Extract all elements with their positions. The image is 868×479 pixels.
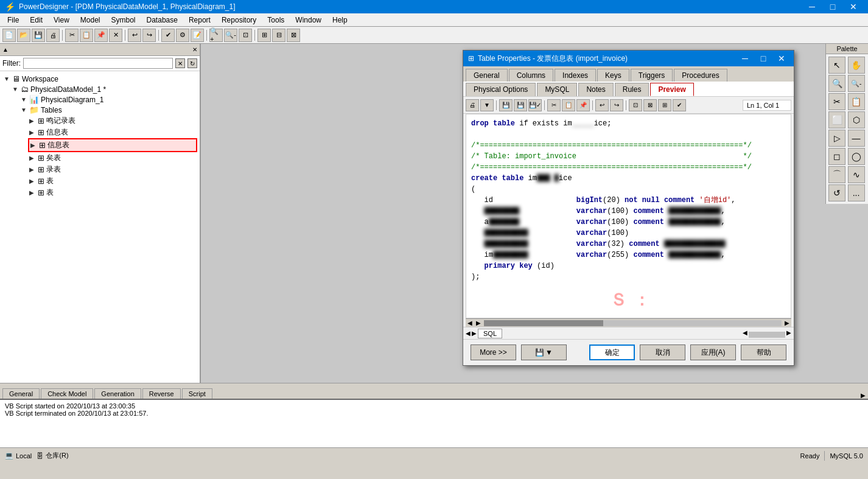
- palette-wave[interactable]: ∿: [848, 166, 865, 183]
- tb-new[interactable]: 📄: [2, 29, 16, 42]
- tb-cut[interactable]: ✂: [65, 29, 79, 42]
- apply-button[interactable]: 应用(A): [690, 344, 736, 360]
- hscroll-track[interactable]: [484, 320, 782, 326]
- tab-rules[interactable]: Rules: [615, 83, 649, 96]
- dtb-b1[interactable]: ⊡: [629, 99, 642, 111]
- dtb-b4[interactable]: ✔: [673, 99, 686, 111]
- menu-tools[interactable]: Tools: [262, 15, 289, 26]
- palette-rect[interactable]: ⬜: [828, 111, 845, 128]
- help-button[interactable]: 帮助: [741, 344, 786, 360]
- tb-undo[interactable]: ↩: [128, 29, 141, 42]
- tab-indexes[interactable]: Indexes: [555, 69, 596, 82]
- scroll-left[interactable]: ◀: [466, 320, 474, 326]
- palette-pan[interactable]: ✋: [848, 57, 865, 74]
- menu-window[interactable]: Window: [290, 15, 326, 26]
- close-button[interactable]: ✕: [844, 0, 863, 13]
- palette-circle[interactable]: ◯: [848, 148, 865, 165]
- menu-model[interactable]: Model: [75, 15, 105, 26]
- dtb-b3[interactable]: ⊞: [658, 99, 671, 111]
- tb-paste[interactable]: 📌: [94, 29, 108, 42]
- hscroll-track2[interactable]: [749, 332, 785, 338]
- tab-keys[interactable]: Keys: [597, 69, 629, 82]
- menu-view[interactable]: View: [49, 15, 74, 26]
- palette-zoom-out[interactable]: 🔍-: [848, 75, 865, 92]
- btab-script[interactable]: Script: [182, 388, 212, 399]
- dtb-redo[interactable]: ↪: [610, 99, 623, 111]
- tree-model[interactable]: ▼ 🗂 PhysicalDataModel_1 *: [11, 84, 197, 94]
- btab-reverse[interactable]: Reverse: [142, 388, 181, 399]
- tab-general[interactable]: General: [466, 69, 508, 82]
- tab-next[interactable]: ▶: [472, 330, 477, 337]
- save-dropdown-button[interactable]: 💾 ▼: [521, 344, 567, 360]
- tree-table-4[interactable]: ▶ ⊞ 录表: [28, 164, 197, 175]
- ok-button[interactable]: 确定: [589, 344, 635, 360]
- menu-help[interactable]: Help: [327, 15, 352, 26]
- palette-rotate[interactable]: ↺: [828, 184, 845, 201]
- dtb-paste[interactable]: 📌: [576, 99, 590, 111]
- palette-scissors[interactable]: ✂: [828, 93, 845, 110]
- palette-curve[interactable]: ⌒: [828, 166, 845, 183]
- maximize-button[interactable]: □: [823, 0, 842, 13]
- tb-open[interactable]: 📂: [17, 29, 30, 42]
- dtb-undo[interactable]: ↩: [595, 99, 609, 111]
- filter-clear-button[interactable]: ✕: [175, 58, 185, 68]
- filter-input[interactable]: [23, 58, 173, 69]
- tab-procedures[interactable]: Procedures: [674, 69, 727, 82]
- palette-zoom-in[interactable]: 🔍: [828, 75, 845, 92]
- palette-arrow[interactable]: ▷: [828, 130, 845, 147]
- dtb-copy[interactable]: 📋: [562, 99, 575, 111]
- hscroll-left2[interactable]: ◀: [743, 329, 747, 338]
- tb-redo[interactable]: ↪: [142, 29, 156, 42]
- menu-report[interactable]: Report: [184, 15, 215, 26]
- dtb-save2[interactable]: 💾: [514, 99, 527, 111]
- menu-file[interactable]: File: [2, 15, 24, 26]
- tab-triggers[interactable]: Triggers: [631, 69, 673, 82]
- tab-columns[interactable]: Columns: [509, 69, 553, 82]
- dtb-cut[interactable]: ✂: [547, 99, 561, 111]
- dialog-minimize-button[interactable]: ─: [738, 52, 752, 65]
- more-button[interactable]: More >>: [471, 344, 516, 360]
- tb-layout[interactable]: ⊠: [287, 29, 300, 42]
- tb-copy[interactable]: 📋: [80, 29, 93, 42]
- tree-diagram[interactable]: ▼ 📊 PhysicalDiagram_1: [19, 94, 197, 105]
- tab-scroll-right[interactable]: ▶: [861, 392, 866, 399]
- menu-database[interactable]: Database: [142, 15, 183, 26]
- tab-mysql[interactable]: MySQL: [537, 83, 577, 96]
- tree-tables-group[interactable]: ▼ 📁 Tables: [19, 105, 197, 115]
- tb-fit[interactable]: ⊡: [239, 29, 252, 42]
- local-tab[interactable]: 💻 Local: [5, 452, 32, 460]
- tab-preview[interactable]: Preview: [650, 83, 693, 96]
- tb-zoom-in[interactable]: 🔍+: [209, 29, 223, 42]
- cancel-button[interactable]: 取消: [640, 344, 685, 360]
- btab-general[interactable]: General: [2, 388, 40, 399]
- tree-table-3[interactable]: ▶ ⊞ 矣表: [28, 152, 197, 164]
- tree-table-5[interactable]: ▶ ⊞ 表: [28, 175, 197, 187]
- menu-edit[interactable]: Edit: [25, 15, 47, 26]
- sql-content-area[interactable]: drop table if exists im_____ice; /*=====…: [466, 114, 791, 318]
- tb-align[interactable]: ⊞: [257, 29, 271, 42]
- scroll-right2[interactable]: ▶: [783, 320, 791, 326]
- hscroll-right2[interactable]: ▶: [786, 329, 791, 338]
- btab-generation[interactable]: Generation: [94, 388, 141, 399]
- palette-hex[interactable]: ⬡: [848, 111, 865, 128]
- sheet-tab-sql[interactable]: SQL: [478, 329, 502, 338]
- tb-script[interactable]: 📝: [191, 29, 204, 42]
- tree-workspace[interactable]: ▼ 🖥 Workspace: [2, 74, 197, 84]
- tab-physical-options[interactable]: Physical Options: [466, 83, 536, 96]
- tb-print[interactable]: 🖨: [46, 29, 60, 42]
- dtb-arrow[interactable]: ▼: [480, 99, 494, 111]
- warehouse-tab[interactable]: 🗄 仓库(R): [37, 451, 68, 460]
- palette-square[interactable]: ◻: [828, 148, 845, 165]
- scroll-right[interactable]: ▶: [474, 320, 483, 326]
- tb-save[interactable]: 💾: [32, 29, 45, 42]
- tree-table-6[interactable]: ▶ ⊞ 表: [28, 187, 197, 198]
- dtb-b2[interactable]: ⊠: [643, 99, 657, 111]
- tb-delete[interactable]: ✕: [109, 29, 122, 42]
- filter-apply-button[interactable]: ↻: [187, 58, 197, 68]
- hscroll-thumb[interactable]: [484, 320, 603, 326]
- minimize-button[interactable]: ─: [802, 0, 822, 13]
- dialog-maximize-button[interactable]: □: [756, 52, 771, 65]
- tb-gen[interactable]: ⚙: [176, 29, 189, 42]
- palette-more[interactable]: ...: [848, 184, 865, 201]
- tb-zoom-out[interactable]: 🔍-: [224, 29, 237, 42]
